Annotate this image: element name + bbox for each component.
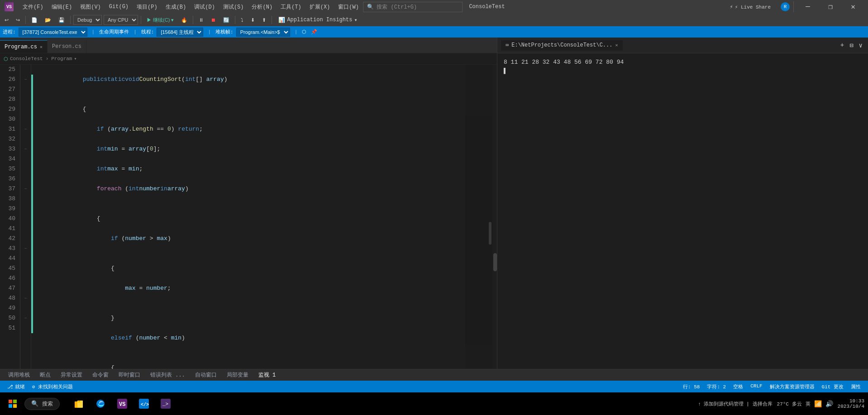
taskbar-clock[interactable]: 10:33 2023/10/4 bbox=[838, 398, 864, 409]
thread-select[interactable]: [15684] 主线程 bbox=[157, 28, 203, 37]
taskbar-vscode-btn[interactable]: </> bbox=[134, 394, 154, 414]
menu-window[interactable]: 窗口(W) bbox=[334, 2, 362, 12]
step-over-btn[interactable]: ⤵ bbox=[238, 16, 246, 24]
close-btn[interactable]: ✕ bbox=[843, 0, 863, 14]
debug-tab-locals[interactable]: 局部变量 bbox=[222, 369, 253, 381]
tab-program-cs[interactable]: Program.cs ✕ bbox=[0, 40, 48, 53]
redo-btn[interactable]: ↪ bbox=[13, 16, 23, 24]
select-repo-label[interactable]: | 选择合库 bbox=[746, 401, 772, 407]
editor-scrollbar[interactable] bbox=[492, 65, 497, 379]
add-to-source-label[interactable]: ↑ 添加到源代码管理 bbox=[698, 401, 744, 407]
language-icon[interactable]: 英 bbox=[806, 401, 811, 407]
menu-analyze[interactable]: 分析(N) bbox=[248, 2, 276, 12]
status-spaces[interactable]: 空格 bbox=[730, 383, 747, 390]
collapse-26-icon[interactable]: − bbox=[24, 77, 27, 82]
taskbar-edge-btn[interactable] bbox=[91, 394, 110, 414]
debug-tab-watch[interactable]: 监视 1 bbox=[254, 369, 280, 381]
menu-git[interactable]: Git(G) bbox=[105, 3, 132, 11]
hex-btn[interactable]: ⬡ bbox=[302, 29, 306, 35]
debug-tab-immediate[interactable]: 即时窗口 bbox=[114, 369, 145, 381]
undo-btn[interactable]: ↩ bbox=[2, 16, 11, 24]
minimize-btn[interactable]: — bbox=[797, 0, 818, 14]
terminal-add-btn[interactable]: + bbox=[839, 41, 846, 50]
profile-btn[interactable]: R bbox=[777, 1, 794, 12]
debug-config-select[interactable]: Debug bbox=[73, 15, 102, 25]
debug-tab-exceptions[interactable]: 异常设置 bbox=[56, 369, 87, 381]
status-col[interactable]: 字符: 2 bbox=[703, 383, 730, 390]
debug-tab-auto[interactable]: 自动窗口 bbox=[191, 369, 221, 381]
menu-tools[interactable]: 工具(T) bbox=[277, 2, 305, 12]
menu-project[interactable]: 项目(P) bbox=[133, 2, 161, 12]
menu-view[interactable]: 视图(V) bbox=[76, 2, 105, 12]
terminal-tab[interactable]: ⌨ E:\NetProjects\ConsoleTest\C... ✕ bbox=[501, 40, 623, 51]
app-insights-btn[interactable]: 📊 Application Insights ▾ bbox=[275, 16, 361, 24]
taskbar-terminal-btn[interactable]: _> bbox=[156, 394, 176, 414]
gutter-37[interactable]: − bbox=[21, 184, 30, 194]
volume-icon[interactable]: 🔊 bbox=[825, 400, 833, 408]
stackframe-select[interactable]: Program.<Main>$ bbox=[236, 28, 290, 37]
menu-file[interactable]: 文件(F) bbox=[19, 2, 47, 12]
network-icon[interactable]: 📶 bbox=[814, 400, 822, 408]
status-solution[interactable]: 解决方案资源管理器 bbox=[766, 383, 818, 390]
collapse-50-icon[interactable]: − bbox=[24, 316, 27, 321]
gutter-43[interactable]: − bbox=[21, 244, 30, 254]
collapse-43-icon[interactable]: − bbox=[24, 246, 27, 251]
gutter-33[interactable]: − bbox=[21, 144, 30, 154]
menu-edit[interactable]: 编辑(E) bbox=[48, 2, 76, 12]
editor-scrollbar-thumb[interactable] bbox=[493, 253, 497, 271]
minimap[interactable] bbox=[465, 65, 492, 379]
collapse-37-icon[interactable]: − bbox=[24, 187, 27, 192]
menu-test[interactable]: 测试(S) bbox=[219, 2, 248, 12]
collapse-33-icon[interactable]: − bbox=[24, 147, 27, 152]
gutter-50[interactable]: − bbox=[21, 313, 30, 323]
pin-btn[interactable]: 📌 bbox=[311, 29, 317, 35]
step-out-btn[interactable]: ⬆ bbox=[259, 16, 269, 24]
live-share-btn[interactable]: ⚡ ⚡ Live Share bbox=[725, 3, 775, 11]
taskbar-explorer-btn[interactable] bbox=[69, 394, 89, 414]
tab-person-cs[interactable]: Person.cs bbox=[48, 40, 86, 53]
stop-btn[interactable]: ⏹ bbox=[208, 16, 219, 24]
debug-tab-command[interactable]: 命令窗 bbox=[88, 369, 113, 381]
gutter-31[interactable]: − bbox=[21, 124, 30, 134]
run-btn[interactable]: ▶ 继续(C) ▾ bbox=[144, 16, 176, 24]
process-select[interactable]: [37872] ConsoleTest.exe bbox=[19, 28, 87, 37]
collapse-31-icon[interactable]: − bbox=[24, 127, 27, 132]
debug-tab-errors[interactable]: 错误列表 ... bbox=[146, 369, 190, 381]
search-box[interactable]: 🔍 搜索 (Ctrl+G) bbox=[363, 2, 463, 12]
menu-build[interactable]: 生成(B) bbox=[162, 2, 190, 12]
debug-tab-breakpoints[interactable]: 断点 bbox=[35, 369, 55, 381]
code-editor[interactable]: public static void CountingSort(int[] ar… bbox=[33, 65, 465, 379]
status-problems[interactable]: ⊘ 未找到相关问题 bbox=[29, 381, 76, 392]
tab-program-cs-close[interactable]: ✕ bbox=[40, 44, 43, 50]
debug-tab-callstack[interactable]: 调用堆栈 bbox=[4, 369, 34, 381]
status-row[interactable]: 行: 58 bbox=[679, 383, 703, 390]
taskbar-vs-community-btn[interactable]: VS bbox=[112, 394, 132, 414]
status-encoding[interactable]: CRLF bbox=[747, 383, 766, 389]
status-properties[interactable]: 属性 bbox=[847, 383, 864, 390]
taskbar-search[interactable]: 🔍 搜索 bbox=[24, 398, 60, 410]
restore-btn[interactable]: ❐ bbox=[820, 0, 841, 14]
filepath-program[interactable]: Program bbox=[51, 56, 72, 61]
start-btn[interactable] bbox=[4, 395, 22, 413]
gutter-26[interactable]: − bbox=[21, 75, 30, 85]
cpu-select[interactable]: Any CPU bbox=[104, 15, 138, 25]
hot-reload-btn[interactable]: 🔥 bbox=[178, 16, 190, 24]
gutter-48[interactable]: − bbox=[21, 293, 30, 303]
filepath-dropdown[interactable]: ▾ bbox=[74, 56, 76, 61]
status-git-changes[interactable]: Git 更改 bbox=[818, 383, 847, 390]
terminal-close-btn[interactable]: ✕ bbox=[615, 42, 618, 48]
terminal-split-btn[interactable]: ⊟ bbox=[848, 41, 855, 50]
menu-ext[interactable]: 扩展(X) bbox=[306, 2, 334, 12]
restart-btn[interactable]: 🔄 bbox=[220, 16, 232, 24]
filepath-consoltest[interactable]: ConsoleTest bbox=[10, 56, 43, 61]
status-git-icon[interactable]: ⎇ 就绪 bbox=[4, 381, 29, 392]
menu-debug[interactable]: 调试(D) bbox=[191, 2, 219, 12]
pause-btn[interactable]: ⏸ bbox=[196, 16, 206, 24]
step-into-btn[interactable]: ⬇ bbox=[248, 16, 258, 24]
new-file-btn[interactable]: 📄 bbox=[29, 16, 40, 24]
minimap-thumb[interactable] bbox=[489, 222, 491, 245]
terminal-chevron-btn[interactable]: ∨ bbox=[857, 41, 864, 50]
save-btn[interactable]: 💾 bbox=[56, 16, 67, 24]
collapse-48-icon[interactable]: − bbox=[24, 296, 27, 301]
open-btn[interactable]: 📂 bbox=[42, 16, 54, 24]
